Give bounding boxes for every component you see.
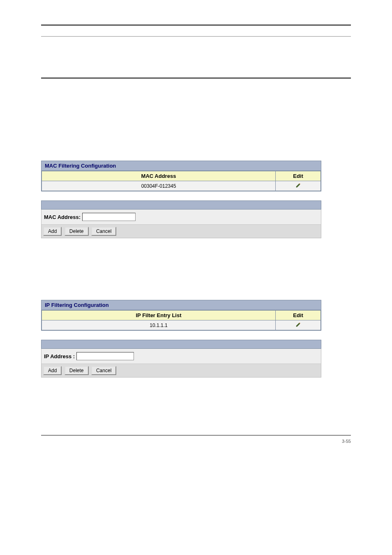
ip-panel-title: IP Filtering Configuration (42, 300, 321, 310)
divider-sub (41, 36, 351, 37)
add-button[interactable]: Add (43, 227, 62, 236)
ip-address-label: IP Address : (44, 353, 75, 359)
mac-form: MAC Address: Add Delete Cancel (41, 200, 321, 238)
ip-filtering-panel: IP Filtering Configuration IP Filter Ent… (41, 300, 321, 331)
table-header-row: MAC Address Edit (42, 171, 321, 181)
delete-button[interactable]: Delete (65, 366, 89, 375)
col-edit: Edit (276, 311, 321, 320)
table-row: 10.1.1.1 (42, 320, 321, 330)
table-row: 00304F-012345 (42, 181, 321, 191)
delete-button[interactable]: Delete (65, 227, 89, 236)
ip-value: 10.1.1.1 (42, 320, 276, 330)
mac-address-input[interactable] (82, 213, 136, 221)
col-ip-list: IP Filter Entry List (42, 311, 276, 320)
pencil-icon (295, 322, 301, 329)
edit-cell[interactable] (276, 320, 321, 330)
footer-right: 3-55 (342, 439, 351, 444)
divider-footer (41, 435, 351, 435)
ip-form-header (41, 340, 321, 349)
cancel-button[interactable]: Cancel (91, 227, 116, 236)
mac-form-header (41, 200, 321, 210)
col-mac-address: MAC Address (42, 171, 276, 181)
mac-table: MAC Address Edit 00304F-012345 (42, 171, 321, 191)
table-header-row: IP Filter Entry List Edit (42, 311, 321, 320)
col-edit: Edit (276, 171, 321, 181)
mac-filtering-panel: MAC Filtering Configuration MAC Address … (41, 161, 321, 191)
page-footer: 3-55 (41, 439, 351, 444)
cancel-button[interactable]: Cancel (91, 366, 116, 375)
mac-value: 00304F-012345 (42, 181, 276, 191)
pencil-icon (295, 182, 301, 189)
ip-address-input[interactable] (76, 352, 134, 360)
ip-table: IP Filter Entry List Edit 10.1.1.1 (42, 310, 321, 330)
mac-address-label: MAC Address: (44, 214, 81, 220)
mac-panel-title: MAC Filtering Configuration (42, 161, 321, 171)
page-header (41, 25, 351, 37)
ip-form: IP Address : Add Delete Cancel (41, 340, 321, 378)
add-button[interactable]: Add (43, 366, 62, 375)
edit-cell[interactable] (276, 181, 321, 191)
